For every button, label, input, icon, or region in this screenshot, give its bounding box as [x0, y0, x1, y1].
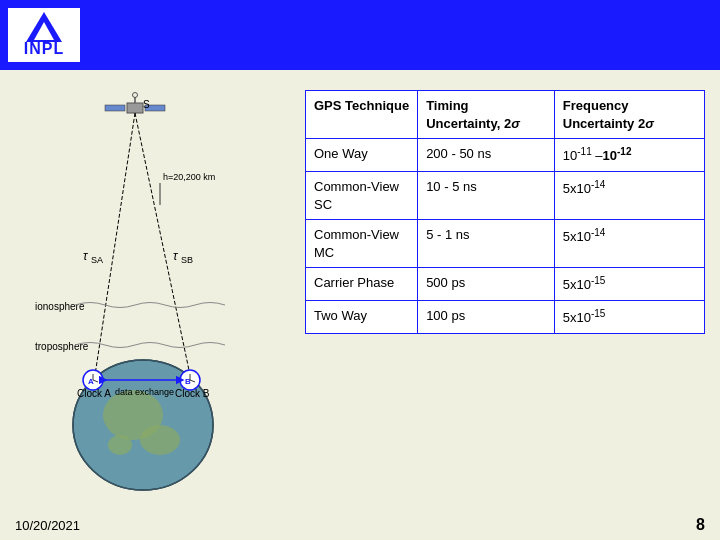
- cell-frequency-1: 10-11 –10-12: [554, 139, 704, 172]
- cell-timing-4: 500 ps: [418, 268, 555, 301]
- cell-technique-1: One Way: [306, 139, 418, 172]
- col-header-frequency: Frequency Uncertainty 2σ: [554, 91, 704, 139]
- cell-technique-3: Common-View MC: [306, 220, 418, 268]
- cell-frequency-4: 5x10-15: [554, 268, 704, 301]
- gps-diagram: S h=20,200 km τ SA τ SB ionosphere tropo…: [15, 85, 285, 495]
- cell-technique-5: Two Way: [306, 301, 418, 334]
- table-row: Two Way 100 ps 5x10-15: [306, 301, 705, 334]
- logo-box: INPL: [8, 8, 80, 62]
- svg-text:troposphere: troposphere: [35, 341, 89, 352]
- footer-page-number: 8: [696, 516, 705, 534]
- svg-text:SB: SB: [181, 255, 193, 265]
- table-row: Carrier Phase 500 ps 5x10-15: [306, 268, 705, 301]
- logo-triangle-icon: [26, 12, 62, 42]
- gps-techniques-table: GPS Technique Timing Uncertainty, 2σ Fre…: [305, 90, 705, 334]
- svg-rect-1: [127, 103, 143, 113]
- cell-frequency-5: 5x10-15: [554, 301, 704, 334]
- main-content: S h=20,200 km τ SA τ SB ionosphere tropo…: [0, 70, 720, 525]
- svg-text:SA: SA: [91, 255, 103, 265]
- svg-point-19: [140, 425, 180, 455]
- table-row: One Way 200 - 50 ns 10-11 –10-12: [306, 139, 705, 172]
- cell-technique-2: Common-View SC: [306, 171, 418, 219]
- cell-timing-2: 10 - 5 ns: [418, 171, 555, 219]
- cell-timing-3: 5 - 1 ns: [418, 220, 555, 268]
- svg-text:h=20,200 km: h=20,200 km: [163, 172, 215, 182]
- svg-text:ionosphere: ionosphere: [35, 301, 85, 312]
- cell-timing-1: 200 - 50 ns: [418, 139, 555, 172]
- svg-text:Clock B: Clock B: [175, 388, 210, 399]
- cell-timing-5: 100 ps: [418, 301, 555, 334]
- col-header-technique: GPS Technique: [306, 91, 418, 139]
- footer-date: 10/20/2021: [15, 518, 80, 533]
- logo-text: INPL: [24, 40, 64, 58]
- cell-frequency-3: 5x10-14: [554, 220, 704, 268]
- svg-point-20: [108, 435, 132, 455]
- cell-technique-4: Carrier Phase: [306, 268, 418, 301]
- cell-frequency-2: 5x10-14: [554, 171, 704, 219]
- footer: 10/20/2021 8: [0, 510, 720, 540]
- svg-text:S: S: [143, 99, 150, 110]
- table-header-row: GPS Technique Timing Uncertainty, 2σ Fre…: [306, 91, 705, 139]
- svg-text:Clock A: Clock A: [77, 388, 111, 399]
- data-table-area: GPS Technique Timing Uncertainty, 2σ Fre…: [305, 85, 705, 334]
- header-bar: INPL: [0, 0, 720, 70]
- svg-text:data exchange: data exchange: [115, 387, 174, 397]
- table-row: Common-View SC 10 - 5 ns 5x10-14: [306, 171, 705, 219]
- table-row: Common-View MC 5 - 1 ns 5x10-14: [306, 220, 705, 268]
- col-header-timing: Timing Uncertainty, 2σ: [418, 91, 555, 139]
- svg-rect-2: [105, 105, 125, 111]
